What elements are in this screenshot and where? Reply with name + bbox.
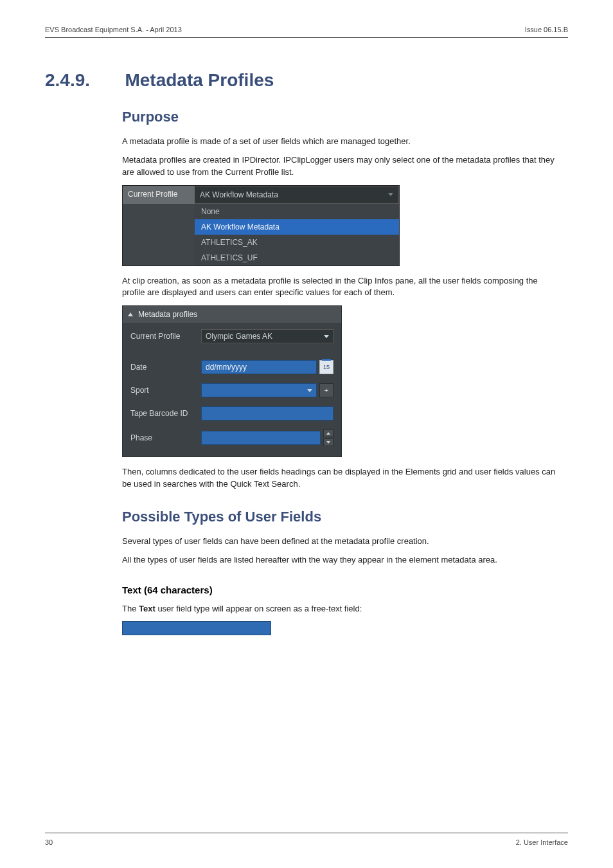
current-profile-label: Current Profile xyxy=(123,186,195,204)
metadata-profiles-panel-screenshot: Metadata profiles Current Profile Olympi… xyxy=(122,305,342,457)
tape-barcode-label: Tape Barcode ID xyxy=(130,409,201,418)
tape-barcode-input[interactable] xyxy=(201,406,333,420)
chevron-down-icon xyxy=(324,335,329,338)
date-placeholder: dd/mm/yyyy xyxy=(206,363,247,372)
types-p2: All the types of user fields are listed … xyxy=(122,554,559,566)
current-profile-value: Olympic Games AK xyxy=(206,332,272,341)
document-page: EVS Broadcast Equipment S.A. - April 201… xyxy=(0,0,613,868)
current-profile-select[interactable]: Olympic Games AK xyxy=(201,329,333,343)
types-p1: Several types of user fields can have be… xyxy=(122,536,559,548)
after-shot1-paragraph: At clip creation, as soon as a metadata … xyxy=(122,275,559,300)
date-input[interactable]: dd/mm/yyyy xyxy=(201,360,317,374)
profile-option[interactable]: None xyxy=(195,204,399,219)
phase-stepper[interactable] xyxy=(323,429,333,446)
free-text-field[interactable] xyxy=(122,621,271,635)
possible-types-heading: Possible Types of User Fields xyxy=(122,509,568,525)
metadata-profiles-panel-title: Metadata profiles xyxy=(138,310,197,319)
phase-label: Phase xyxy=(130,433,201,442)
after-shot2-paragraph: Then, columns dedicated to the user fiel… xyxy=(122,466,559,491)
text64-line: The Text user field type will appear on … xyxy=(122,603,559,615)
add-icon[interactable]: + xyxy=(319,383,333,397)
text64-pre: The xyxy=(122,604,139,613)
chevron-up-icon xyxy=(128,312,133,316)
current-profile-options: None AK Workflow Metadata ATHLETICS_AK A… xyxy=(195,204,399,266)
text64-heading: Text (64 characters) xyxy=(122,584,568,595)
header-left: EVS Broadcast Equipment S.A. - April 201… xyxy=(45,26,182,33)
footer-page-number: 30 xyxy=(45,838,53,846)
header-right: Issue 06.15.B xyxy=(525,26,568,33)
section-heading-row: 2.4.9. Metadata Profiles xyxy=(45,70,568,91)
sport-label: Sport xyxy=(130,386,201,395)
profile-option[interactable]: AK Workflow Metadata xyxy=(195,219,399,235)
section-number: 2.4.9. xyxy=(45,70,122,91)
step-up-icon[interactable] xyxy=(323,429,333,437)
calendar-icon[interactable]: 15 xyxy=(319,360,333,374)
text64-post: user field type will appear on screen as… xyxy=(155,604,362,613)
current-profile-label: Current Profile xyxy=(130,332,201,341)
date-label: Date xyxy=(130,363,201,372)
text64-bold: Text xyxy=(139,604,155,613)
current-profile-select[interactable]: AK Workflow Metadata xyxy=(195,186,399,204)
step-down-icon[interactable] xyxy=(323,439,333,446)
current-profile-selected: AK Workflow Metadata xyxy=(200,190,278,199)
profile-option[interactable]: ATHLETICS_UF xyxy=(195,250,399,266)
purpose-p1: A metadata profile is made of a set of u… xyxy=(122,136,559,148)
purpose-heading: Purpose xyxy=(122,109,568,125)
metadata-profiles-panel-header[interactable]: Metadata profiles xyxy=(123,306,341,323)
page-header: EVS Broadcast Equipment S.A. - April 201… xyxy=(45,26,568,37)
chevron-down-icon xyxy=(388,193,393,196)
section-title: Metadata Profiles xyxy=(125,70,274,91)
section-body: Purpose A metadata profile is made of a … xyxy=(122,109,568,635)
phase-input[interactable] xyxy=(201,431,321,445)
page-footer: 30 2. User Interface xyxy=(45,833,568,846)
current-profile-dropdown-screenshot: Current Profile AK Workflow Metadata Non… xyxy=(122,185,400,266)
profile-option[interactable]: ATHLETICS_AK xyxy=(195,235,399,250)
footer-section-label: 2. User Interface xyxy=(516,838,568,846)
sport-select[interactable] xyxy=(201,383,317,397)
purpose-p2: Metadata profiles are created in IPDirec… xyxy=(122,154,559,179)
chevron-down-icon xyxy=(307,389,312,392)
header-rule xyxy=(45,37,568,38)
